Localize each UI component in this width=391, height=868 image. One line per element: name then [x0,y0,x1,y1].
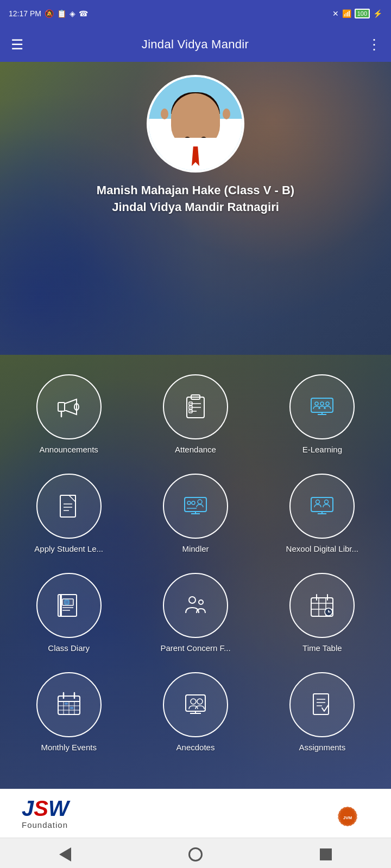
class-diary-label: Class Diary [48,643,90,653]
menu-item-class-diary[interactable]: Class Diary [5,564,132,663]
svg-point-24 [187,501,191,505]
clipboard-icon [180,392,211,422]
parent-concern-label: Parent Concern F... [160,643,230,653]
timetable-label: Time Table [302,643,342,653]
timetable-icon [307,590,337,621]
profile-name: Manish Mahajan Hake (Class V - B) Jindal… [97,182,294,216]
megaphone-icon [54,392,84,422]
jsw-j: J [22,797,34,819]
announcements-label: Announcements [39,445,98,454]
profile-container: Manish Mahajan Hake (Class V - B) Jindal… [0,62,391,216]
parent-icon [180,590,211,621]
home-icon [188,847,203,861]
monthly-events-icon-circle [36,672,102,737]
menu-item-parent-concern[interactable]: Parent Concern F... [132,564,258,663]
svg-point-30 [325,500,329,504]
elearning-label: E-Learning [302,445,342,454]
announcements-icon-circle [36,374,102,439]
assignments-icon-circle [289,672,355,737]
svg-point-39 [189,597,195,603]
jsw-foundation-logo: J S W Foundation [22,797,69,829]
jsw-s: S [34,797,48,819]
menu-item-mindler[interactable]: Mindler [132,465,258,564]
more-options-button[interactable]: ⋮ [367,36,380,53]
nav-recents-button[interactable] [312,845,339,864]
menu-button[interactable]: ☰ [11,36,23,53]
anecdotes-icon-circle [163,672,228,737]
document-icon [54,491,84,521]
menu-item-timetable[interactable]: Time Table [259,564,386,663]
ear-right [223,108,230,119]
menu-item-monthly-events[interactable]: Monthly Events [5,663,132,763]
time-display: 12:17 PM [9,9,41,18]
anecdotes-icon [180,690,211,720]
elearning-icon-circle [289,374,355,439]
menu-item-announcements[interactable]: Announcements [5,366,132,465]
svg-text:JVM: JVM [343,815,352,820]
phone-icon: ☎ [79,9,88,18]
library-icon [307,491,337,521]
status-bar: 12:17 PM 🔕 📋 ◈ ☎ ✕ 📶 100 ⚡ [0,0,391,27]
menu-item-anecdotes[interactable]: Anecdotes [132,663,258,763]
nexool-icon-circle [289,474,355,539]
svg-point-64 [197,699,203,704]
attendance-icon-circle [163,374,228,439]
nav-back-button[interactable] [52,845,79,864]
menu-item-attendance[interactable]: Attendance [132,366,258,465]
header-title: Jindal Vidya Mandir [142,37,249,52]
svg-rect-60 [65,703,68,705]
svg-rect-38 [65,600,69,604]
app-header: ☰ Jindal Vidya Mandir ⋮ [0,27,391,62]
apply-leave-icon-circle [36,474,102,539]
svg-point-23 [198,500,202,504]
close-icon: ✕ [332,9,339,18]
diary-icon [54,590,84,621]
main-content: Announcements Attendance [0,355,391,789]
navigation-bar [0,838,391,868]
menu-item-assignments[interactable]: Assignments [259,663,386,763]
menu-item-apply-leave[interactable]: Apply Student Le... [5,465,132,564]
parent-concern-icon-circle [163,573,228,638]
nav-home-button[interactable] [182,845,209,864]
svg-point-29 [316,500,320,504]
class-diary-icon-circle [36,573,102,638]
assignments-label: Assignments [299,743,345,752]
svg-rect-67 [313,694,329,714]
ear-left [161,108,168,119]
menu-item-elearning[interactable]: E-Learning [259,366,386,465]
assignments-icon [307,690,337,720]
events-icon [54,690,84,720]
jsw-w: W [48,797,69,819]
footer: J S W Foundation JVM [0,789,391,838]
menu-grid: Announcements Attendance [0,355,391,774]
school-logo-svg: JVM [326,795,369,833]
svg-rect-17 [60,495,75,517]
profile-name-line1: Manish Mahajan Hake (Class V - B) [97,182,294,199]
status-left: 12:17 PM 🔕 📋 ◈ ☎ [9,9,88,18]
school-logo: JVM [326,795,369,833]
wifi-icon: 📶 [342,9,351,18]
avatar [147,75,244,173]
profile-name-line2: Jindal Vidya Mandir Ratnagiri [97,199,294,216]
svg-rect-28 [311,497,333,512]
foundation-text: Foundation [22,820,68,829]
status-right: ✕ 📶 100 ⚡ [332,9,382,18]
nexool-label: Nexool Digital Libr... [286,544,358,553]
charging-icon: ⚡ [373,9,382,18]
svg-point-63 [191,699,196,704]
menu-item-nexool[interactable]: Nexool Digital Libr... [259,465,386,564]
mindler-label: Mindler [182,544,209,553]
svg-point-40 [199,600,203,604]
recents-icon [320,848,332,860]
battery-indicator: 100 [355,9,370,18]
avatar-face [149,77,242,170]
svg-point-25 [192,501,195,505]
timetable-icon-circle [289,573,355,638]
svg-rect-61 [70,707,73,709]
hero-section: Manish Mahajan Hake (Class V - B) Jindal… [0,62,391,355]
mute-icon: 🔕 [45,9,54,18]
anecdotes-label: Anecdotes [176,743,215,752]
svg-rect-0 [58,403,65,411]
monthly-events-label: Monthly Events [41,743,97,752]
layers-icon: ◈ [70,9,75,18]
